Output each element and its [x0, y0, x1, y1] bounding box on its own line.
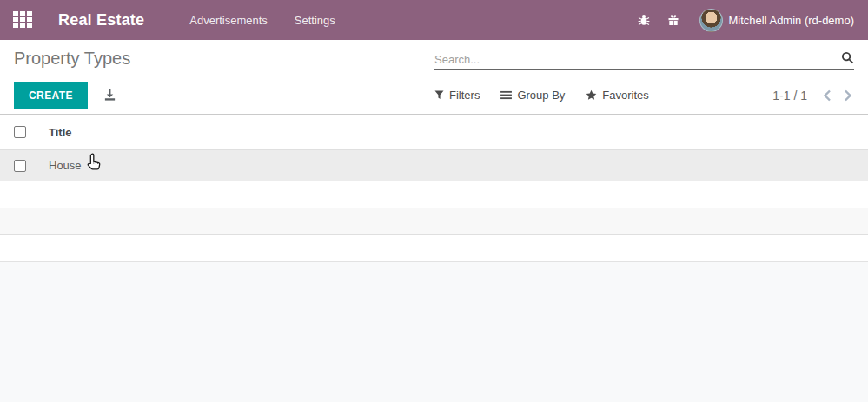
search-box	[434, 51, 854, 70]
user-name: Mitchell Admin (rd-demo)	[729, 14, 855, 27]
debug-bug-icon[interactable]	[637, 13, 651, 27]
table-header-row: Title	[0, 115, 868, 149]
empty-row	[0, 181, 868, 208]
nav-item-advertisements[interactable]: Advertisements	[188, 10, 269, 30]
chevron-right-icon	[844, 89, 852, 102]
empty-row	[0, 234, 868, 261]
row-checkbox[interactable]	[14, 160, 26, 172]
main-menu: Advertisements Settings	[188, 10, 636, 30]
select-all-checkbox[interactable]	[14, 126, 26, 138]
export-icon[interactable]	[103, 89, 116, 102]
navbar-right: Mitchell Admin (rd-demo)	[637, 9, 855, 32]
pager-range: 1-1 / 1	[772, 89, 807, 102]
column-header-title: Title	[49, 126, 72, 139]
star-icon	[586, 89, 597, 101]
gift-icon[interactable]	[666, 13, 680, 27]
search-options: Filters Group By Favorites	[434, 89, 649, 102]
filters-button[interactable]: Filters	[434, 89, 480, 102]
favorites-button[interactable]: Favorites	[586, 89, 648, 102]
group-by-lines-icon	[500, 90, 512, 100]
content-background	[0, 261, 868, 402]
pager: 1-1 / 1	[772, 88, 854, 103]
nav-item-settings[interactable]: Settings	[293, 10, 337, 30]
create-button[interactable]: CREATE	[14, 82, 88, 109]
filter-funnel-icon	[434, 90, 444, 100]
search-icon[interactable]	[841, 51, 854, 67]
pager-next-button[interactable]	[842, 88, 854, 103]
apps-menu-icon[interactable]	[13, 11, 36, 29]
chevron-left-icon	[823, 89, 832, 102]
user-menu[interactable]: Mitchell Admin (rd-demo)	[696, 9, 855, 32]
list-view: Title House	[0, 114, 868, 261]
table-row[interactable]: House	[0, 149, 868, 181]
app-title[interactable]: Real Estate	[58, 11, 144, 30]
search-input[interactable]	[434, 53, 841, 66]
control-panel: Property Types CREATE	[0, 40, 868, 114]
top-navbar: Real Estate Advertisements Settings	[0, 0, 868, 40]
pager-previous-button[interactable]	[821, 88, 833, 103]
user-avatar	[699, 9, 723, 32]
row-title-cell: House	[49, 159, 82, 172]
page-title: Property Types	[14, 49, 130, 69]
empty-row	[0, 208, 868, 234]
group-by-button[interactable]: Group By	[500, 89, 565, 102]
